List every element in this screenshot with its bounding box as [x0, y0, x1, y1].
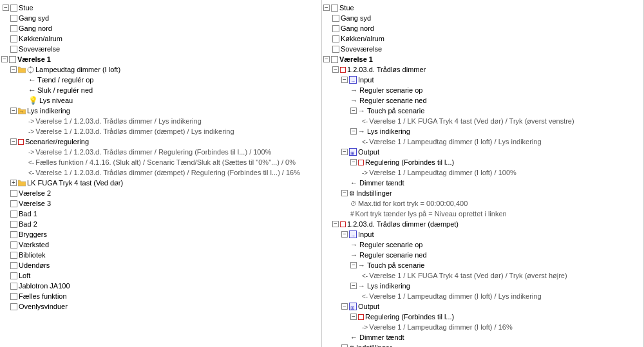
cb-vaerelse3[interactable] [10, 200, 17, 207]
right-indstillinger2-row[interactable]: − ⚙ Indstillinger [322, 342, 643, 347]
cb-gang-syd[interactable] [10, 15, 17, 22]
left-lys-ind-2-row[interactable]: -> Værelse 1 / 1.2.03.d. Trådløs dimmer … [0, 126, 321, 136]
right-reg-scene-ned2-row[interactable]: → Reguler scenarie ned [322, 250, 643, 260]
right-gang-syd-row[interactable]: Gang syd [322, 13, 643, 23]
r-expand-output2[interactable]: − [341, 303, 348, 310]
left-bad2-row[interactable]: Bad 2 [0, 219, 321, 229]
right-reg-scene-op2-row[interactable]: → Reguler scenarie op [322, 239, 643, 250]
right-trad-dampet-row[interactable]: − 1.2.03.d. Trådløs dimmer (dæmpet) [322, 219, 643, 229]
cb-vaerelse2[interactable] [10, 190, 17, 197]
left-scenarier-row[interactable]: − Scenarier/regulering [0, 136, 321, 147]
r-expand-trad[interactable]: − [332, 66, 339, 73]
r-expand-touch[interactable]: − [350, 108, 357, 114]
r-expand-indstillinger2[interactable]: − [341, 344, 348, 347]
cb-faelles[interactable] [10, 293, 17, 300]
right-reg-100-row[interactable]: -> Værelse 1 / Lampeudtag dimmer (I loft… [322, 167, 643, 178]
right-touch-scene-row[interactable]: − → Touch på scenarie [322, 106, 643, 116]
r-expand-input2[interactable]: − [341, 231, 348, 238]
right-kokken-row[interactable]: Køkken/alrum [322, 33, 643, 44]
r-expand-stue[interactable]: − [323, 5, 330, 11]
left-scen-3-row[interactable]: <- Værelse 1 / 1.2.03.d. Trådløs dimmer … [0, 167, 321, 178]
cb-stue[interactable] [10, 5, 17, 12]
left-scen-2-row[interactable]: <- Fælles funktion / 4.1.16. (Sluk alt) … [0, 157, 321, 167]
right-touch-link2-row[interactable]: <- Værelse 1 / LK FUGA Tryk 4 tast (Ved … [322, 270, 643, 281]
r-expand-reg-forbindes[interactable]: − [350, 159, 357, 165]
cb-vaerksted[interactable] [10, 241, 17, 249]
r-expand-reg-forbindes2[interactable]: − [350, 314, 357, 320]
cb-udendors[interactable] [10, 262, 17, 269]
cb-vaerelse1[interactable] [9, 56, 16, 63]
right-stue-row[interactable]: − Stue [322, 3, 643, 13]
left-gang-syd-row[interactable]: Gang syd [0, 13, 321, 23]
right-lys-ind2-row[interactable]: − → Lys indikering [322, 281, 643, 291]
r-expand-input[interactable]: − [341, 77, 348, 83]
right-reg-16-row[interactable]: -> Værelse 1 / Lampeudtag dimmer (I loft… [322, 322, 643, 332]
right-input2-row[interactable]: − → Input [322, 229, 643, 239]
left-niveau-row[interactable]: 💡 Lys niveau [0, 95, 321, 106]
right-output2-row[interactable]: − ⊞ Output [322, 301, 643, 312]
right-dimmer-taendt-row[interactable]: ← Dimmer tændt [322, 178, 643, 188]
left-vaerelse3-row[interactable]: Værelse 3 [0, 198, 321, 209]
right-touch-link-row[interactable]: <- Værelse 1 / LK FUGA Tryk 4 tast (Ved … [322, 116, 643, 126]
cb-bryggers[interactable] [10, 231, 17, 238]
right-indstillinger-row[interactable]: − ⚙ Indstillinger [322, 188, 643, 198]
r-expand-dampet[interactable]: − [332, 221, 339, 227]
left-lkfuga-row[interactable]: + LK FUGA Tryk 4 tast (Ved dør) [0, 178, 321, 188]
right-trad-dimmer-row[interactable]: − 1.2.03.d. Trådløs dimmer [322, 64, 643, 75]
cb-sovevarelse[interactable] [10, 46, 17, 53]
left-gang-nord-row[interactable]: Gang nord [0, 23, 321, 33]
r-expand-lys-ind2[interactable]: − [350, 283, 357, 289]
r-cb-stue[interactable] [331, 5, 338, 12]
left-bad1-row[interactable]: Bad 1 [0, 209, 321, 219]
left-loft-row[interactable]: Loft [0, 270, 321, 281]
expand-lkfuga[interactable]: + [10, 180, 17, 186]
right-reg-scene-ned-row[interactable]: → Reguler scenarie ned [322, 95, 643, 106]
right-reg-forbindes2-row[interactable]: − Regulering (Forbindes til l...) [322, 312, 643, 322]
r-expand-lys-ind[interactable]: − [350, 128, 357, 135]
right-gang-nord-row[interactable]: Gang nord [322, 23, 643, 33]
expand-scenarier[interactable]: − [10, 138, 17, 145]
left-sovevarelse-row[interactable]: Soveværelse [0, 44, 321, 54]
left-vaerksted-row[interactable]: Værksted [0, 239, 321, 250]
right-sovevarelse-row[interactable]: Soveværelse [322, 44, 643, 54]
left-kokken-row[interactable]: Køkken/alrum [0, 33, 321, 44]
left-lys-ind-1-row[interactable]: -> Værelse 1 / 1.2.03.d. Trådløs dimmer … [0, 116, 321, 126]
right-dimmer-taendt2-row[interactable]: ← Dimmer tændt [322, 332, 643, 342]
right-lys-ind-link2-row[interactable]: <- Værelse 1 / Lampeudtag dimmer (I loft… [322, 291, 643, 301]
cb-ovenlysvinduer[interactable] [10, 303, 17, 310]
right-lys-ind-row[interactable]: − → Lys indikering [322, 126, 643, 136]
left-taend-row[interactable]: ← Tænd / regulér op [0, 75, 321, 85]
cb-bibliotek[interactable] [10, 252, 17, 259]
right-panel[interactable]: − Stue Gang syd Gang nord Køkken/alrum S… [322, 0, 644, 347]
right-output-row[interactable]: − ⊞ Output [322, 147, 643, 157]
r-cb-gang-nord[interactable] [332, 25, 339, 32]
cb-jablotron[interactable] [10, 283, 17, 290]
left-scen-1-row[interactable]: -> Værelse 1 / 1.2.03.d. Trådløs dimmer … [0, 147, 321, 157]
left-faelles-row[interactable]: Fælles funktion [0, 291, 321, 301]
right-reg-forbindes-row[interactable]: − Regulering (Forbindes til l...) [322, 157, 643, 167]
left-lys-ind-row[interactable]: − → Lys indikering [0, 106, 321, 116]
left-bibliotek-row[interactable]: Bibliotek [0, 250, 321, 260]
cb-bad1[interactable] [10, 211, 17, 218]
r-expand-indstillinger[interactable]: − [341, 190, 348, 196]
right-vaerelse1-row[interactable]: − Værelse 1 [322, 54, 643, 64]
left-vaerelse2-row[interactable]: Værelse 2 [0, 188, 321, 198]
r-cb-vaerelse1[interactable] [331, 56, 338, 63]
r-cb-kokken[interactable] [332, 35, 339, 42]
left-stue-row[interactable]: − Stue [0, 3, 321, 13]
left-lampeudtag-row[interactable]: − Lampeudtag dimmer (I loft) [0, 64, 321, 75]
cb-kokken[interactable] [10, 35, 17, 42]
right-max-tid-row[interactable]: ⏱ Max.tid for kort tryk = 00:00:00,400 [322, 198, 643, 209]
r-cb-sovevarelse[interactable] [332, 46, 339, 53]
left-bryggers-row[interactable]: Bryggers [0, 229, 321, 239]
left-ovenlysvinduer-row[interactable]: Ovenlysvinduer [0, 301, 321, 312]
right-kort-tryk-row[interactable]: # Kort tryk tænder lys på = Niveau opret… [322, 209, 643, 219]
r-cb-gang-syd[interactable] [332, 15, 339, 22]
expand-stue[interactable]: − [3, 5, 9, 11]
r-expand-output[interactable]: − [341, 149, 348, 155]
left-vaerelse1-row[interactable]: − Værelse 1 [0, 54, 321, 64]
left-jablotron-row[interactable]: Jablotron JA100 [0, 281, 321, 291]
right-lys-ind-link-row[interactable]: <- Værelse 1 / Lampeudtag dimmer (I loft… [322, 136, 643, 147]
right-touch-scene2-row[interactable]: − → Touch på scenarie [322, 260, 643, 270]
cb-bad2[interactable] [10, 221, 17, 228]
